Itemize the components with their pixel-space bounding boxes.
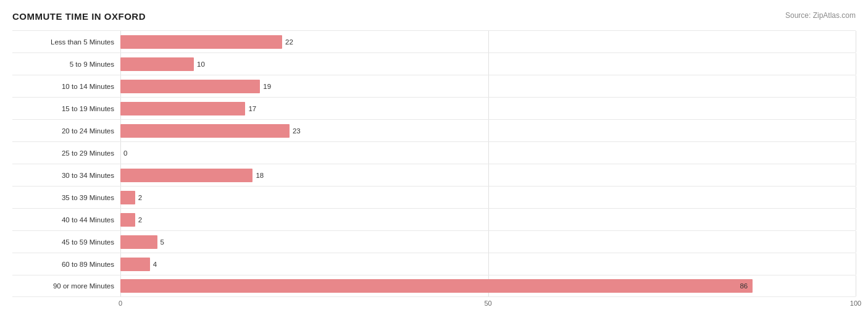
bar-area: 0 xyxy=(120,142,856,164)
bar-area: 2 xyxy=(120,187,856,208)
bar-area: 4 xyxy=(120,253,856,275)
grid-line xyxy=(856,187,856,208)
bar-label: 60 to 89 Minutes xyxy=(12,261,120,268)
bar-fill xyxy=(120,124,290,138)
bar-label: 25 to 29 Minutes xyxy=(12,149,120,157)
bar-value: 23 xyxy=(293,127,301,135)
bar-value: 2 xyxy=(138,216,142,224)
bar-label: 35 to 39 Minutes xyxy=(12,194,120,201)
table-row: 60 to 89 Minutes4 xyxy=(12,253,856,275)
chart-source: Source: ZipAtlas.com xyxy=(785,11,856,20)
bar-value: 4 xyxy=(153,261,157,268)
bar-area: 17 xyxy=(120,98,856,119)
bar-label: Less than 5 Minutes xyxy=(12,38,120,46)
bar-fill xyxy=(120,57,194,71)
x-axis-label: 50 xyxy=(484,300,491,307)
bar-fill xyxy=(120,213,135,227)
bar-area: 5 xyxy=(120,231,856,253)
table-row: 5 to 9 Minutes10 xyxy=(12,52,856,75)
bar-label: 90 or more Minutes xyxy=(12,282,120,290)
chart-container: COMMUTE TIME IN OXFORD Source: ZipAtlas.… xyxy=(0,0,868,323)
bar-area: 86 xyxy=(120,275,856,296)
bar-fill xyxy=(120,191,135,204)
grid-line xyxy=(856,53,856,75)
table-row: 35 to 39 Minutes2 xyxy=(12,186,856,208)
chart-title: COMMUTE TIME IN OXFORD xyxy=(12,11,146,22)
bar-value: 19 xyxy=(263,83,271,90)
bar-value: 10 xyxy=(197,61,205,68)
bar-value: 5 xyxy=(161,238,164,246)
bar-area: 2 xyxy=(120,209,856,230)
chart-body: Less than 5 Minutes225 to 9 Minutes1010 … xyxy=(12,30,856,297)
bar-fill xyxy=(120,258,150,271)
bar-fill xyxy=(120,35,282,49)
bar-label: 15 to 19 Minutes xyxy=(12,105,120,112)
chart-header: COMMUTE TIME IN OXFORD Source: ZipAtlas.… xyxy=(12,11,856,22)
bar-fill xyxy=(120,235,157,249)
bar-label: 10 to 14 Minutes xyxy=(12,83,120,90)
grid-line xyxy=(856,75,856,97)
bar-area: 22 xyxy=(120,31,856,52)
table-row: 40 to 44 Minutes2 xyxy=(12,208,856,230)
grid-line xyxy=(856,231,856,253)
grid-line xyxy=(856,31,856,52)
grid-line xyxy=(856,98,856,119)
bar-fill: 86 xyxy=(120,279,753,293)
bar-area: 19 xyxy=(120,75,856,97)
table-row: 90 or more Minutes86 xyxy=(12,275,856,297)
bar-value: 17 xyxy=(248,105,256,112)
table-row: 45 to 59 Minutes5 xyxy=(12,230,856,253)
bar-label: 20 to 24 Minutes xyxy=(12,127,120,135)
grid-line xyxy=(856,120,856,141)
table-row: 25 to 29 Minutes0 xyxy=(12,141,856,164)
bar-area: 10 xyxy=(120,53,856,75)
grid-line xyxy=(856,142,856,164)
bar-value: 18 xyxy=(256,172,264,179)
table-row: 20 to 24 Minutes23 xyxy=(12,119,856,141)
grid-line xyxy=(856,253,856,275)
bar-label: 45 to 59 Minutes xyxy=(12,238,120,246)
table-row: Less than 5 Minutes22 xyxy=(12,30,856,52)
bar-label: 30 to 34 Minutes xyxy=(12,172,120,179)
grid-line xyxy=(856,209,856,230)
bar-fill xyxy=(120,169,252,182)
bar-label: 40 to 44 Minutes xyxy=(12,216,120,224)
bar-fill xyxy=(120,80,260,93)
bar-fill xyxy=(120,102,245,115)
bar-area: 23 xyxy=(120,120,856,141)
x-axis-label: 0 xyxy=(119,300,122,307)
table-row: 15 to 19 Minutes17 xyxy=(12,97,856,119)
grid-line xyxy=(856,164,856,186)
bar-value: 2 xyxy=(138,194,142,201)
bar-value: 22 xyxy=(285,38,293,46)
grid-line xyxy=(856,275,856,296)
bar-value: 86 xyxy=(740,282,748,290)
bar-value: 0 xyxy=(123,149,127,157)
bar-label: 5 to 9 Minutes xyxy=(12,61,120,68)
table-row: 10 to 14 Minutes19 xyxy=(12,75,856,97)
x-axis: 050100 xyxy=(120,300,856,311)
table-row: 30 to 34 Minutes18 xyxy=(12,164,856,186)
x-axis-label: 100 xyxy=(850,300,861,307)
bar-area: 18 xyxy=(120,164,856,186)
